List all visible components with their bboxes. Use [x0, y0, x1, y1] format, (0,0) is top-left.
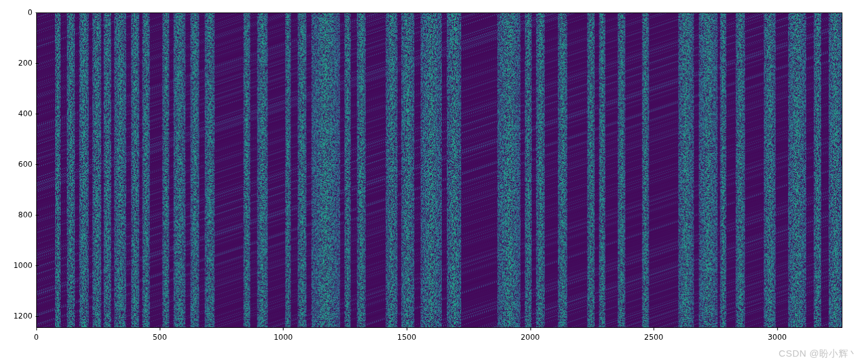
x-tick-label: 2500 [644, 334, 664, 341]
figure: 050010001500200025003000 020040060080010… [0, 0, 868, 361]
y-tick-label: 1000 [4, 262, 32, 269]
y-tick-label: 200 [4, 59, 32, 67]
y-tick-label: 400 [4, 110, 32, 117]
x-tick-label: 500 [152, 334, 167, 341]
heatmap-canvas [37, 13, 842, 327]
watermark: CSDN @盼小辉丶 [779, 348, 858, 360]
x-tick-label: 0 [34, 334, 39, 341]
plot-area [36, 12, 842, 328]
x-tick-label: 1000 [274, 334, 293, 341]
x-tick-label: 2000 [521, 334, 540, 341]
y-tick-label: 800 [4, 211, 32, 219]
x-tick-label: 1500 [397, 334, 417, 341]
x-tick-label: 3000 [767, 334, 787, 341]
y-tick-label: 600 [4, 161, 32, 168]
y-tick-label: 0 [4, 9, 32, 16]
y-tick-label: 1200 [4, 312, 32, 320]
